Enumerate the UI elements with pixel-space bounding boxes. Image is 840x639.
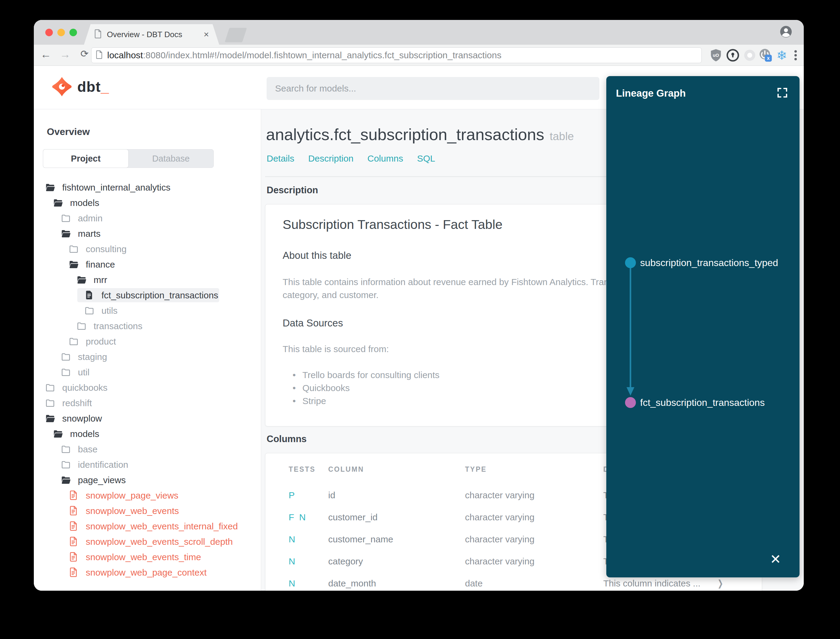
new-tab-button[interactable] <box>225 28 247 42</box>
tree-item-marts[interactable]: marts <box>34 226 261 241</box>
file-red-icon <box>68 490 79 501</box>
tree-item-snowplow[interactable]: snowplow <box>34 411 261 426</box>
tree-item-transactions[interactable]: transactions <box>34 318 261 334</box>
browser-menu-icon[interactable] <box>788 48 803 63</box>
tree-item-label: snowplow <box>62 413 102 424</box>
tree-item-snowplow_page_views[interactable]: snowplow_page_views <box>34 488 261 503</box>
search-input[interactable] <box>267 77 599 100</box>
tree-item-snowplow_web_events_time[interactable]: snowplow_web_events_time <box>34 549 261 565</box>
source-toggle: Project Database <box>43 149 214 168</box>
about-text-line1: This table contains information about re… <box>283 277 613 287</box>
page-icon <box>96 51 103 60</box>
lineage-node-label[interactable]: fct_subscription_transactions <box>640 397 765 408</box>
tree-item-models[interactable]: models <box>34 426 261 442</box>
disabled-extension-icon[interactable] <box>742 48 757 63</box>
snowflake-extension-icon[interactable]: ❄ <box>774 48 789 63</box>
folder-icon <box>60 367 71 378</box>
ublock-extension-icon[interactable]: uO <box>708 48 724 63</box>
back-button[interactable]: ← <box>39 48 53 61</box>
folder-open-icon <box>68 259 79 270</box>
folder-open-icon <box>45 182 56 193</box>
screenshot-stage: Overview - DBT Docs × ← → ⟳ localhost:80… <box>0 0 840 639</box>
url-text: localhost:8080/index.html#!/model/model.… <box>107 50 502 60</box>
tree-item-label: consulting <box>86 244 127 254</box>
chevron-right-icon[interactable]: ❯ <box>718 578 723 588</box>
window-minimize-button[interactable] <box>57 29 65 36</box>
tree-item-fct_subscription_transactions[interactable]: fct_subscription_transactions <box>34 288 261 303</box>
page-title-badge: table <box>549 130 574 143</box>
model-tab-sql[interactable]: SQL <box>417 153 435 164</box>
tree-item-util[interactable]: util <box>34 364 261 380</box>
lineage-node-label[interactable]: subscription_transactions_typed <box>640 257 778 268</box>
folder-open-icon <box>60 228 71 239</box>
tests-cell: N <box>289 556 328 566</box>
power-extension-icon[interactable]: x <box>758 48 773 63</box>
doc-title: Subscription Transactions - Fact Table <box>283 217 502 232</box>
tree-item-snowplow_web_page_context[interactable]: snowplow_web_page_context <box>34 565 261 580</box>
lineage-close-icon[interactable]: ✕ <box>770 553 781 566</box>
window-zoom-button[interactable] <box>70 29 77 36</box>
onepassword-extension-icon[interactable] <box>725 48 740 63</box>
model-tab-description[interactable]: Description <box>308 153 354 164</box>
tree-item-label: snowplow_web_events <box>86 506 179 516</box>
file-red-icon <box>68 521 79 532</box>
tab-database[interactable]: Database <box>128 149 213 168</box>
tree-item-admin[interactable]: admin <box>34 210 261 226</box>
model-tab-details[interactable]: Details <box>267 153 294 164</box>
tree-item-label: fct_subscription_transactions <box>102 290 218 300</box>
lineage-graph-panel: Lineage Graph subscription_transactions_… <box>606 76 800 577</box>
model-tab-columns[interactable]: Columns <box>367 153 403 164</box>
tree-item-finance[interactable]: finance <box>34 257 261 272</box>
tests-cell: N <box>289 578 328 588</box>
folder-icon <box>45 398 56 409</box>
lineage-graph-canvas[interactable]: subscription_transactions_typed fct_subs… <box>606 76 800 577</box>
page-title: analytics.fct_subscription_transactionst… <box>266 125 574 144</box>
tree-item-label: finance <box>86 259 115 270</box>
url-bar[interactable]: localhost:8080/index.html#!/model/model.… <box>91 48 702 63</box>
lineage-node-dot[interactable] <box>625 257 636 268</box>
tree-item-page_views[interactable]: page_views <box>34 472 261 488</box>
lineage-node-dot[interactable] <box>625 397 636 408</box>
tree-item-label: product <box>86 336 116 347</box>
reload-button[interactable]: ⟳ <box>77 48 92 59</box>
data-source-item: Quickbooks <box>292 383 440 396</box>
tree-item-snowplow_web_events[interactable]: snowplow_web_events <box>34 503 261 518</box>
file-red-icon <box>68 552 79 563</box>
folder-open-icon <box>52 429 64 439</box>
tree-item-base[interactable]: base <box>34 442 261 457</box>
profile-avatar-icon[interactable] <box>779 25 793 40</box>
window-close-button[interactable] <box>45 29 53 36</box>
tests-cell: F N <box>289 512 328 523</box>
folder-icon <box>76 321 87 332</box>
folder-icon <box>60 444 71 455</box>
url-path: :8080/index.html#!/model/model.fishtown_… <box>143 50 501 60</box>
tree-item-snowplow_web_events_internal_fixed[interactable]: snowplow_web_events_internal_fixed <box>34 518 261 534</box>
tab-close-icon[interactable]: × <box>203 29 209 40</box>
tree-item-snowplow_web_events_scroll_depth[interactable]: snowplow_web_events_scroll_depth <box>34 534 261 549</box>
file-red-icon <box>68 505 79 517</box>
folder-open-icon <box>52 197 64 208</box>
tree-item-mrr[interactable]: mrr <box>34 272 261 288</box>
data-sources-intro: This table is sourced from: <box>283 344 389 354</box>
tree-item-utils[interactable]: utils <box>34 303 261 318</box>
tree-item-product[interactable]: product <box>34 334 261 349</box>
tree-item-identification[interactable]: identification <box>34 457 261 472</box>
column-header-tests: TESTS <box>289 465 328 474</box>
tree-item-label: transactions <box>94 321 143 331</box>
tree-item-consulting[interactable]: consulting <box>34 241 261 257</box>
data-source-item: Trello boards for consulting clients <box>292 370 440 383</box>
forward-button[interactable]: → <box>58 48 73 61</box>
tab-project[interactable]: Project <box>43 149 128 168</box>
tree-item-label: page_views <box>78 475 125 485</box>
tree-item-models[interactable]: models <box>34 195 261 210</box>
dbt-logo[interactable]: dbt_ <box>52 77 109 97</box>
browser-toolbar: ← → ⟳ localhost:8080/index.html#!/model/… <box>34 45 804 66</box>
browser-tab[interactable]: Overview - DBT Docs × <box>84 24 219 45</box>
tree-item-fishtown_internal_analytics[interactable]: fishtown_internal_analytics <box>34 180 261 195</box>
tree-item-redshift[interactable]: redshift <box>34 395 261 411</box>
description-section-label: Description <box>267 185 318 196</box>
data-sources-heading: Data Sources <box>283 317 343 329</box>
tree-item-label: snowplow_page_views <box>86 490 178 501</box>
tree-item-quickbooks[interactable]: quickbooks <box>34 380 261 395</box>
tree-item-staging[interactable]: staging <box>34 349 261 364</box>
